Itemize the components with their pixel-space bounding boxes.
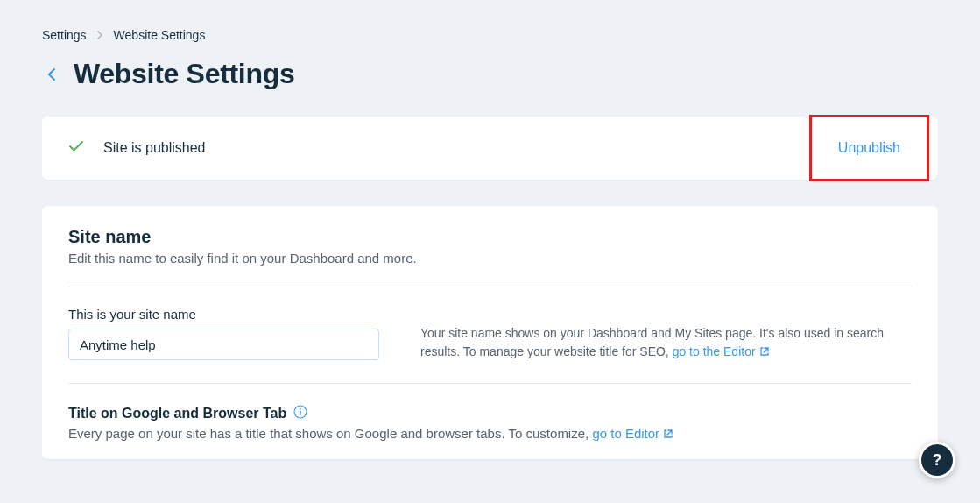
unpublish-highlight-box: Unpublish xyxy=(809,115,929,181)
back-button[interactable] xyxy=(42,65,61,84)
chevron-left-icon xyxy=(47,67,56,81)
chevron-right-icon xyxy=(97,28,103,42)
breadcrumb-parent[interactable]: Settings xyxy=(42,28,87,42)
site-name-heading: Site name xyxy=(68,227,912,247)
breadcrumb: Settings Website Settings xyxy=(42,28,938,42)
external-link-icon xyxy=(663,427,673,442)
help-fab-button[interactable]: ? xyxy=(919,442,955,478)
site-name-subheading: Edit this name to easily find it on your… xyxy=(68,251,912,266)
site-name-input-label: This is your site name xyxy=(68,307,410,322)
check-icon xyxy=(68,140,84,156)
site-name-input[interactable] xyxy=(68,329,379,360)
question-mark-icon: ? xyxy=(933,451,942,470)
publish-status-text: Site is published xyxy=(103,140,206,156)
site-name-help-text: Your site name shows on your Dashboard a… xyxy=(420,324,912,362)
title-on-google-heading: Title on Google and Browser Tab xyxy=(68,406,286,422)
svg-rect-2 xyxy=(300,411,301,415)
unpublish-button[interactable]: Unpublish xyxy=(838,140,900,155)
external-link-icon xyxy=(759,344,770,362)
svg-point-1 xyxy=(300,408,301,410)
go-to-editor-link[interactable]: go to the Editor xyxy=(673,344,756,358)
go-to-editor-link[interactable]: go to Editor xyxy=(592,426,659,441)
title-on-google-desc: Every page on your site has a title that… xyxy=(68,426,912,442)
page-title: Website Settings xyxy=(74,58,294,90)
info-icon[interactable] xyxy=(293,405,307,422)
site-name-card: Site name Edit this name to easily find … xyxy=(42,206,938,459)
publish-status-card: Site is published Unpublish xyxy=(42,117,938,180)
breadcrumb-current: Website Settings xyxy=(114,28,206,42)
